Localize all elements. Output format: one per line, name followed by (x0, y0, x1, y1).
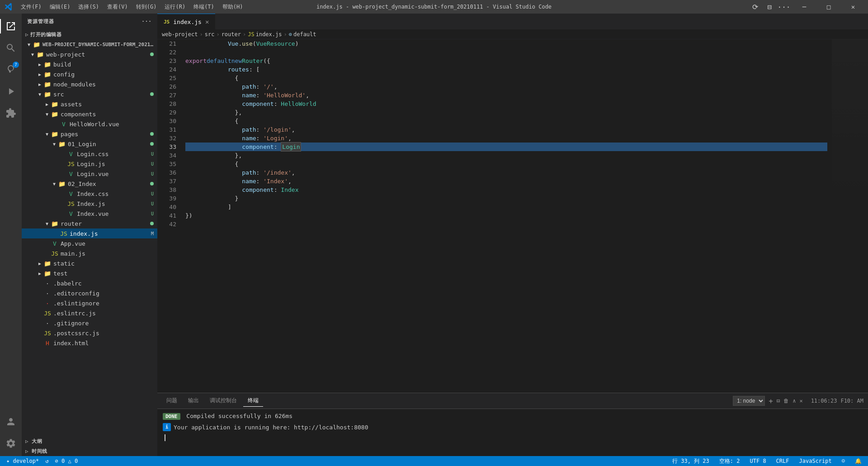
tree-item-login-vue[interactable]: ▶ V Login.vue U (22, 169, 157, 179)
tree-item-login-js[interactable]: ▶ JS Login.js U (22, 159, 157, 169)
outline-section[interactable]: ▷ 大纲 (22, 436, 157, 446)
tree-item-components[interactable]: ▼ 📁 components (22, 109, 157, 119)
tree-item-config[interactable]: ▶ 📁 config (22, 69, 157, 79)
tab-index-js[interactable]: JS index.js ✕ (157, 14, 215, 29)
panel-tab-terminal[interactable]: 终端 (243, 395, 263, 407)
tree-item-gitignore[interactable]: ▶ · .gitignore (22, 318, 157, 328)
breadcrumb-web-project[interactable]: web-project (162, 31, 198, 38)
menu-run[interactable]: 运行(R) (161, 2, 189, 12)
title-bar-left: 文件(F) 编辑(E) 选择(S) 查看(V) 转到(G) 运行(R) 终端(T… (5, 2, 247, 12)
source-control-activity-icon[interactable]: 7 (0, 59, 22, 81)
breadcrumb-src[interactable]: src (205, 31, 215, 38)
tab-close-icon[interactable]: ✕ (205, 18, 209, 25)
account-activity-icon[interactable] (0, 411, 22, 433)
window-controls[interactable]: ⟳ ⊟ ··· ─ □ ✕ (749, 0, 863, 14)
tree-item-router[interactable]: ▼ 📁 router (22, 219, 157, 228)
more-options-icon[interactable]: ··· (142, 19, 152, 24)
project-root-item[interactable]: ▼ 📁 WEB-PROJECT_DYNAMIC-SUBMIT-FORM_2021… (22, 39, 157, 49)
notification-item[interactable]: 🔔 (852, 458, 864, 464)
open-editors-section[interactable]: ▷ 打开的编辑器 (22, 29, 157, 39)
menu-view[interactable]: 查看(V) (104, 2, 132, 12)
menu-terminal[interactable]: 终端(T) (190, 2, 218, 12)
item-label: components (61, 111, 154, 118)
errors-item[interactable]: ⊘ 0 △ 0 (52, 458, 81, 464)
tree-item-index-vue[interactable]: ▶ V Index.vue U (22, 209, 157, 219)
extensions-activity-icon[interactable] (0, 102, 22, 124)
tree-item-build[interactable]: ▶ 📁 build (22, 59, 157, 69)
breadcrumb-default[interactable]: default (293, 31, 316, 38)
panel-tab-debug[interactable]: 调试控制台 (205, 395, 241, 407)
search-activity-icon[interactable] (0, 37, 22, 59)
tree-item-web-project[interactable]: ▼ 📁 web-project (22, 49, 157, 59)
language-item[interactable]: JavaScript (797, 458, 835, 464)
panel-tab-output[interactable]: 输出 (184, 395, 203, 407)
tree-item-helloworld-vue[interactable]: ▶ V HelloWorld.vue (22, 119, 157, 129)
menu-help[interactable]: 帮助(H) (219, 2, 247, 12)
more-icon[interactable]: ··· (778, 0, 790, 13)
sync-item[interactable]: ↺ (42, 458, 51, 464)
tree-item-test[interactable]: ▶ 📁 test (22, 268, 157, 278)
tree-item-01-login[interactable]: ▼ 📁 01_Login (22, 139, 157, 149)
close-panel-icon[interactable]: ✕ (799, 398, 802, 404)
title-bar-menu[interactable]: 文件(F) 编辑(E) 选择(S) 查看(V) 转到(G) 运行(R) 终端(T… (17, 2, 247, 12)
minimize-button[interactable]: ─ (794, 0, 815, 14)
code-line-35: { (185, 160, 827, 168)
chevron-right-icon: ▶ (43, 102, 51, 107)
tree-item-static[interactable]: ▶ 📁 static (22, 258, 157, 268)
timeline-section[interactable]: ▷ 时间线 (22, 446, 157, 456)
delete-terminal-icon[interactable]: 🗑 (783, 398, 789, 404)
tree-item-babelrc[interactable]: ▶ · .babelrc (22, 278, 157, 288)
panel-tab-problems[interactable]: 问题 (162, 395, 182, 407)
tree-item-router-index-js[interactable]: ▶ JS index.js M (22, 228, 157, 238)
menu-edit[interactable]: 编辑(E) (46, 2, 74, 12)
modified-badge: U (151, 162, 154, 166)
tree-item-src[interactable]: ▼ 📁 src (22, 89, 157, 99)
menu-file[interactable]: 文件(F) (17, 2, 45, 12)
tree-item-app-vue[interactable]: ▶ V App.vue (22, 238, 157, 248)
code-editor[interactable]: Vue.use(VueResource) export default new … (181, 39, 832, 393)
split-terminal-icon[interactable]: ⊟ (777, 398, 780, 404)
tree-item-editorconfig[interactable]: ▶ · .editorconfig (22, 288, 157, 298)
git-branch-item[interactable]: ✦ develop* (4, 458, 42, 464)
run-activity-icon[interactable] (0, 81, 22, 102)
spaces-item[interactable]: 空格: 2 (717, 457, 743, 465)
feedback-item[interactable]: ☺ (839, 458, 848, 464)
tree-item-node-modules[interactable]: ▶ 📁 node_modules (22, 79, 157, 89)
tree-item-index-css[interactable]: ▶ V Index.css U (22, 189, 157, 199)
tree-item-index-js[interactable]: ▶ JS Index.js U (22, 199, 157, 209)
breadcrumb-router[interactable]: router (222, 31, 241, 38)
close-button[interactable]: ✕ (843, 0, 863, 14)
maximize-button[interactable]: □ (818, 0, 839, 14)
tree-item-login-css[interactable]: ▶ V Login.css U (22, 149, 157, 159)
eol-label: CRLF (776, 458, 789, 464)
tree-item-eslintrc[interactable]: ▶ JS .eslintrc.js (22, 308, 157, 318)
layout-icon[interactable]: ⊟ (763, 0, 776, 13)
file-tree[interactable]: ▼ 📁 web-project ▶ 📁 build ▶ 📁 config ▶ 📁 (22, 49, 157, 436)
menu-select[interactable]: 选择(S) (75, 2, 103, 12)
terminal-panel: 问题 输出 调试控制台 终端 1: node + ⊟ 🗑 ∧ ✕ 11:06:2… (157, 393, 868, 456)
terminal-select[interactable]: 1: node (733, 396, 765, 406)
explorer-activity-icon[interactable] (0, 15, 22, 37)
eol-item[interactable]: CRLF (774, 458, 792, 464)
chevron-up-icon[interactable]: ∧ (793, 398, 796, 404)
remote-icon[interactable]: ⟳ (749, 0, 761, 13)
item-label: router (61, 220, 148, 227)
item-label: pages (61, 131, 148, 138)
tree-item-eslintignore[interactable]: ▶ · .eslintignore (22, 298, 157, 308)
menu-goto[interactable]: 转到(G) (132, 2, 160, 12)
tree-item-02-index[interactable]: ▼ 📁 02_Index (22, 179, 157, 189)
add-terminal-icon[interactable]: + (769, 397, 773, 405)
encoding-item[interactable]: UTF 8 (747, 458, 769, 464)
settings-activity-icon[interactable] (0, 433, 22, 454)
tree-item-pages[interactable]: ▼ 📁 pages (22, 129, 157, 139)
tree-item-index-html[interactable]: ▶ H index.html (22, 338, 157, 348)
terminal-content[interactable]: DONE Compiled successfully in 626ms i Yo… (157, 409, 868, 456)
tree-item-postcssrc[interactable]: ▶ JS .postcssrc.js (22, 328, 157, 338)
tree-item-main-js[interactable]: ▶ JS main.js (22, 248, 157, 258)
tab-bar: JS index.js ✕ (157, 14, 868, 29)
breadcrumb-indexjs[interactable]: index.js (256, 31, 282, 38)
code-line-32: name: 'Login', (185, 134, 827, 143)
folder-src-icon: 📁 (58, 141, 66, 147)
line-col-item[interactable]: 行 33, 列 23 (670, 457, 712, 465)
tree-item-assets[interactable]: ▶ 📁 assets (22, 99, 157, 109)
